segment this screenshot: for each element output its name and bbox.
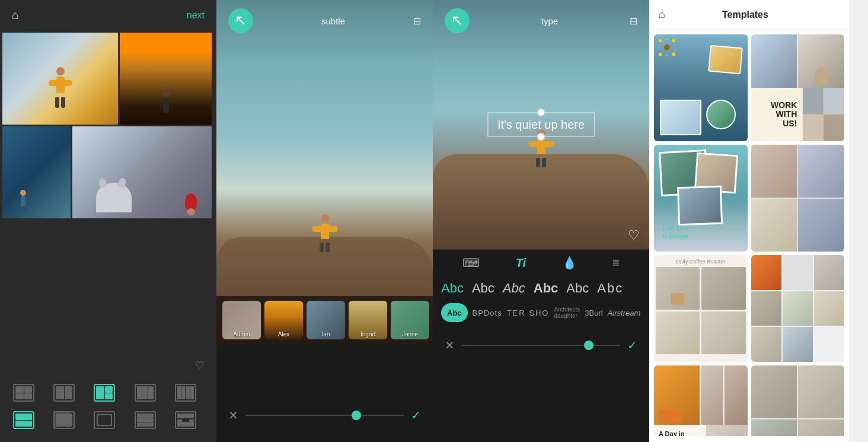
- font-sample-1[interactable]: Abc: [441, 281, 464, 296]
- drag-handle-top[interactable]: [537, 109, 545, 117]
- photo-row-bottom: [2, 126, 214, 218]
- photo-grid: [0, 30, 216, 221]
- align-icon[interactable]: ≡: [612, 256, 620, 270]
- filter-thumb-alex[interactable]: Alex: [264, 301, 303, 339]
- heart-row: ♡: [0, 354, 216, 377]
- layout-grid: [0, 377, 216, 436]
- text-overlay[interactable]: It's quiet up here: [487, 113, 595, 137]
- font-sample-6[interactable]: Abc: [597, 281, 623, 296]
- svg-point-6: [659, 52, 663, 56]
- layout-btn-6[interactable]: [8, 408, 39, 433]
- europe-caption: Last Timein Europe: [663, 224, 689, 241]
- font-row-2: Abc BPDots TER SHO Architectsdaughter 3B…: [433, 301, 649, 325]
- confirm-button[interactable]: ✓: [411, 408, 421, 422]
- screen4-topbar: ⌂ Templates: [649, 0, 849, 30]
- screen4-home-icon[interactable]: ⌂: [659, 8, 665, 21]
- office-text: A Day inthe Office: [659, 430, 700, 436]
- photo-cell-top-right[interactable]: [120, 33, 212, 125]
- slider-thumb[interactable]: [352, 411, 361, 420]
- svg-point-9: [664, 44, 670, 50]
- photo-cell-bottom-left[interactable]: [2, 126, 71, 218]
- template-card-1[interactable]: [654, 34, 748, 141]
- photo-row-top: [2, 33, 214, 125]
- template-card-2[interactable]: WORKWITHUS!: [751, 34, 845, 141]
- filter-name-label: subtle: [321, 16, 345, 26]
- template-card-3[interactable]: Last Timein Europe: [654, 145, 748, 252]
- layout-btn-9[interactable]: [130, 408, 161, 433]
- sunflower-decoration: [659, 39, 675, 58]
- photo-cell-top-left[interactable]: [2, 33, 118, 125]
- color-icon[interactable]: 💧: [562, 256, 577, 270]
- svg-point-7: [659, 46, 659, 49]
- work-with-us-text: WORKWITHUS!: [771, 101, 797, 128]
- font-name-airstream[interactable]: Airstream: [608, 309, 641, 317]
- filter-thumbs-list: Admin Alex Ian Ingrid Janne: [216, 301, 433, 339]
- filter-thumb-label-janne: Janne: [391, 331, 429, 338]
- font-sample-2[interactable]: Abc: [472, 281, 494, 296]
- layout-btn-2[interactable]: [49, 380, 79, 405]
- layout-btn-3[interactable]: [89, 380, 120, 405]
- font-sample-4[interactable]: Abc: [534, 281, 559, 296]
- screen1-topbar: ⌂ next: [0, 0, 216, 30]
- layout-btn-4[interactable]: [130, 380, 161, 405]
- text-slider-thumb[interactable]: [584, 341, 593, 350]
- cancel-button[interactable]: ✕: [228, 408, 238, 422]
- filter-thumb-janne[interactable]: Janne: [391, 301, 429, 339]
- layout-btn-8[interactable]: [89, 408, 120, 433]
- layout-btn-1[interactable]: [8, 380, 39, 405]
- template-card-5[interactable]: Daily Coffee Roaster: [654, 255, 748, 362]
- favorite-icon[interactable]: ♡: [195, 359, 205, 372]
- screen2-bottom-controls: ✕ ✓: [216, 389, 433, 442]
- drag-handle-bottom[interactable]: [537, 133, 545, 141]
- screen2-topbar: subtle ⊟: [216, 0, 433, 42]
- screen3-topbar: type ⊟: [433, 0, 649, 42]
- filter-thumb-admin[interactable]: Admin: [222, 301, 261, 339]
- screen3-heart[interactable]: ♡: [628, 228, 640, 243]
- keyboard-icon[interactable]: ⌨: [462, 256, 480, 270]
- template-card-7[interactable]: A Day inthe Office www.yourwebsite.com: [654, 365, 748, 436]
- text-size-slider[interactable]: [462, 345, 620, 346]
- screen2-main-image: ♡ Admin Alex Ian Ingrid: [216, 0, 433, 344]
- font-name-3burl[interactable]: 3Burl: [585, 309, 602, 317]
- text-confirm-button[interactable]: ✓: [627, 338, 637, 352]
- layout-btn-7[interactable]: [49, 408, 79, 433]
- font-tag-abc[interactable]: Abc: [441, 303, 468, 322]
- photo-cell-bottom-right[interactable]: [72, 126, 212, 218]
- italic-icon[interactable]: Ti: [516, 256, 526, 270]
- next-button[interactable]: next: [187, 10, 205, 21]
- screen1-bottom-bar: ♡: [0, 348, 216, 442]
- templates-title: Templates: [722, 9, 768, 20]
- layout-btn-10[interactable]: [170, 408, 201, 433]
- filter-thumb-label-ingrid: Ingrid: [349, 331, 387, 338]
- filter-thumb-label-admin: Admin: [222, 331, 261, 338]
- svg-point-4: [671, 52, 675, 56]
- svg-point-5: [665, 55, 669, 56]
- text-toolbar: ⌨ Ti 💧 ≡: [433, 249, 649, 276]
- type-adjust-icon[interactable]: ⊟: [630, 15, 637, 27]
- font-name-bpdots[interactable]: BPDots: [473, 309, 502, 317]
- intensity-slider[interactable]: [245, 415, 404, 416]
- screen4-templates: ⌂ Templates: [649, 0, 849, 442]
- text-cancel-button[interactable]: ✕: [445, 338, 455, 352]
- template-card-4[interactable]: [751, 145, 845, 252]
- text-back-button[interactable]: [445, 8, 470, 33]
- adjust-icon[interactable]: ⊟: [413, 15, 421, 27]
- filter-thumb-ingrid[interactable]: Ingrid: [349, 301, 387, 339]
- font-row-1: Abc Abc Abc Abc Abc Abc: [433, 276, 649, 301]
- screen1-collage: ⌂ next: [0, 0, 216, 442]
- filter-back-button[interactable]: [228, 8, 253, 33]
- layout-btn-5[interactable]: [170, 380, 201, 405]
- screen3-text: type ⊟ It's quiet up here ♡: [433, 0, 649, 442]
- svg-point-3: [675, 46, 675, 49]
- font-sample-5[interactable]: Abc: [566, 281, 589, 296]
- templates-grid: WORKWITHUS! Last Timein Europe: [649, 30, 849, 436]
- font-name-architects[interactable]: Architectsdaughter: [554, 306, 580, 319]
- filter-thumb-ian[interactable]: Ian: [307, 301, 345, 339]
- filter-strip: Admin Alex Ian Ingrid Janne: [216, 296, 433, 344]
- font-sample-3[interactable]: Abc: [503, 281, 525, 296]
- filter-thumb-label-ian: Ian: [307, 331, 345, 338]
- home-icon[interactable]: ⌂: [12, 8, 19, 22]
- template-card-8[interactable]: [751, 365, 845, 436]
- template-card-6[interactable]: [751, 255, 845, 362]
- font-name-tersho[interactable]: TER SHO: [507, 309, 550, 317]
